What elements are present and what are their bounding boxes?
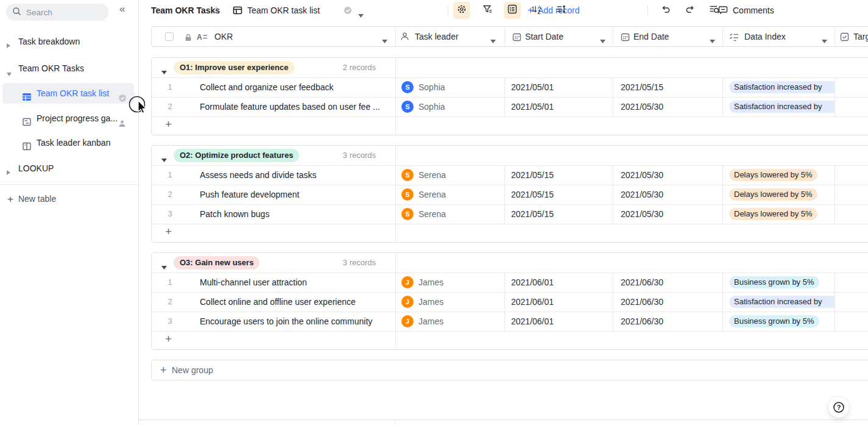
- table-row[interactable]: 1 Collect and organize user feedback S S…: [152, 77, 868, 97]
- select-all-checkbox[interactable]: [165, 32, 174, 41]
- breadcrumb-root[interactable]: Team OKR Tasks: [151, 0, 220, 21]
- redo-button[interactable]: [682, 2, 699, 19]
- add-record-row[interactable]: +: [152, 115, 868, 135]
- cell-task-leader[interactable]: Sophia: [418, 97, 445, 116]
- row-height-button[interactable]: [552, 2, 570, 19]
- new-table-button[interactable]: +New table: [7, 191, 56, 206]
- cell-okr[interactable]: Push feature development: [200, 185, 299, 204]
- cell-okr[interactable]: Collect and organize user feedback: [200, 77, 333, 97]
- cell-data-index[interactable]: Satisfaction increased by: [729, 292, 834, 312]
- chevron-right-icon[interactable]: [6, 165, 11, 180]
- cell-end-date[interactable]: 2021/06/30: [621, 273, 663, 292]
- cell-start-date[interactable]: 2021/05/15: [511, 204, 554, 224]
- cell-task-leader[interactable]: Sophia: [418, 77, 445, 97]
- group-header[interactable]: O2: Optimize product features 3 records: [152, 146, 868, 165]
- table-menu-caret-icon[interactable]: [358, 9, 364, 20]
- cell-start-date[interactable]: 2021/06/01: [511, 292, 554, 312]
- row-number: 1: [163, 165, 177, 185]
- group-view-button[interactable]: [504, 2, 521, 19]
- cell-data-index[interactable]: Business grown by 5%: [729, 312, 834, 331]
- filter-button[interactable]: [479, 2, 496, 19]
- column-menu-icon[interactable]: [382, 35, 387, 46]
- svg-text:1: 1: [531, 5, 535, 13]
- cell-start-date[interactable]: 2021/05/01: [511, 77, 554, 97]
- column-header-end-date[interactable]: End Date: [633, 27, 669, 46]
- collapse-group-icon[interactable]: [161, 261, 167, 272]
- column-menu-icon[interactable]: [490, 35, 496, 46]
- cell-end-date[interactable]: 2021/05/30: [621, 204, 663, 224]
- collapse-group-icon[interactable]: [161, 154, 167, 165]
- cell-task-leader[interactable]: Serena: [418, 185, 446, 204]
- cell-task-leader[interactable]: James: [418, 273, 443, 292]
- comments-button[interactable]: Comments: [718, 2, 774, 19]
- add-record-row[interactable]: +: [152, 223, 868, 242]
- column-header-okr[interactable]: OKR: [214, 27, 233, 46]
- sidebar-item-project-progress[interactable]: Project progress ga...: [2, 108, 134, 129]
- chevron-right-icon[interactable]: [6, 38, 11, 53]
- sidebar-section-team-okr-tasks[interactable]: Team OKR Tasks: [0, 61, 138, 76]
- cell-end-date[interactable]: 2021/05/30: [621, 97, 663, 116]
- column-menu-icon[interactable]: [822, 35, 827, 46]
- table-row[interactable]: 2 Formulate feature updates based on use…: [152, 97, 868, 116]
- sidebar-item-team-okr-task-list[interactable]: Team OKR task list: [2, 83, 134, 104]
- cell-data-index[interactable]: Satisfaction increased by: [729, 77, 834, 97]
- column-menu-icon[interactable]: [710, 35, 715, 46]
- cell-okr[interactable]: Formulate feature updates based on user …: [200, 97, 380, 116]
- cell-task-leader[interactable]: James: [418, 292, 443, 312]
- column-divider: [834, 27, 835, 46]
- collapse-sidebar-icon[interactable]: «: [119, 3, 125, 15]
- add-record-row[interactable]: +: [152, 330, 868, 349]
- cell-okr[interactable]: Encourage users to join the online commu…: [200, 312, 372, 331]
- column-header-target[interactable]: Target: [853, 27, 868, 46]
- column-header-task-leader[interactable]: Task leader: [415, 27, 459, 46]
- sidebar-section-lookup[interactable]: LOOKUP: [0, 161, 138, 176]
- search-box[interactable]: [6, 4, 108, 21]
- cell-data-index[interactable]: Delays lowered by 5%: [729, 165, 834, 185]
- table-row[interactable]: 1 Multi-channel user attraction J James …: [152, 273, 868, 292]
- cell-start-date[interactable]: 2021/05/15: [511, 165, 554, 185]
- cell-data-index[interactable]: Business grown by 5%: [729, 273, 834, 292]
- table-row[interactable]: 3 Encourage users to join the online com…: [152, 312, 868, 331]
- column-header-data-index[interactable]: Data Index: [744, 27, 786, 46]
- cell-okr[interactable]: Collect online and offline user experien…: [200, 292, 356, 312]
- cell-end-date[interactable]: 2021/05/15: [621, 77, 663, 97]
- group-record-count: 3 records: [322, 253, 376, 273]
- cell-start-date[interactable]: 2021/06/01: [511, 312, 554, 331]
- cell-end-date[interactable]: 2021/05/30: [621, 165, 663, 185]
- cell-okr[interactable]: Patch known bugs: [200, 204, 269, 224]
- cell-okr[interactable]: Multi-channel user attraction: [200, 273, 307, 292]
- cell-data-index[interactable]: Satisfaction increased by: [729, 97, 834, 116]
- column-menu-icon[interactable]: [600, 35, 605, 46]
- new-group-button[interactable]: + New group: [151, 360, 868, 380]
- group-header[interactable]: O3: Gain new users 3 records: [152, 253, 868, 273]
- column-header-start-date[interactable]: Start Date: [525, 27, 563, 46]
- cell-okr[interactable]: Assess needs and divide tasks: [200, 165, 316, 185]
- sort-button[interactable]: 1AZ: [528, 2, 545, 19]
- undo-button[interactable]: [657, 2, 674, 19]
- cell-end-date[interactable]: 2021/06/30: [621, 292, 663, 312]
- chevron-down-icon[interactable]: [6, 66, 12, 81]
- cell-task-leader[interactable]: James: [418, 312, 443, 331]
- cell-data-index[interactable]: Delays lowered by 5%: [729, 204, 834, 224]
- collapse-group-icon[interactable]: [161, 66, 167, 77]
- group-header[interactable]: O1: Improve user experience 2 records: [152, 58, 868, 77]
- cell-start-date[interactable]: 2021/05/01: [511, 97, 554, 116]
- cell-end-date[interactable]: 2021/06/30: [621, 312, 663, 331]
- table-row[interactable]: 2 Push feature development S Serena 2021…: [152, 185, 868, 204]
- help-button[interactable]: ?: [828, 397, 849, 418]
- cell-task-leader[interactable]: Serena: [418, 204, 446, 224]
- sidebar-item-task-leader-kanban[interactable]: Task leader kanban: [2, 132, 134, 153]
- cell-start-date[interactable]: 2021/05/15: [511, 185, 554, 204]
- search-input[interactable]: [26, 8, 93, 17]
- settings-button[interactable]: [453, 2, 470, 19]
- table-row[interactable]: 2 Collect online and offline user experi…: [152, 292, 868, 312]
- cell-start-date[interactable]: 2021/06/01: [511, 273, 554, 292]
- breadcrumb-table-name[interactable]: Team OKR task list: [247, 0, 320, 21]
- table-row[interactable]: 3 Patch known bugs S Serena 2021/05/15 2…: [152, 204, 868, 224]
- cell-task-leader[interactable]: Serena: [418, 165, 446, 185]
- cell-data-index[interactable]: Delays lowered by 5%: [729, 185, 834, 204]
- cell-end-date[interactable]: 2021/05/30: [621, 185, 663, 204]
- sidebar-section-task-breakdown[interactable]: Task breakdown: [0, 34, 138, 49]
- table-row[interactable]: 1 Assess needs and divide tasks S Serena…: [152, 165, 868, 185]
- find-in-view-button[interactable]: [705, 2, 722, 19]
